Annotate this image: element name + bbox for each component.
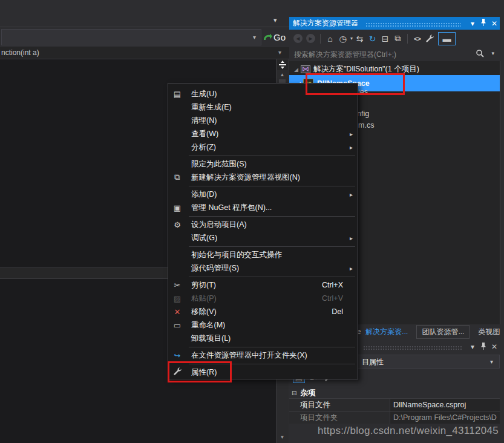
scroll-down-arrow-icon[interactable]: ▼ <box>277 435 288 440</box>
menu-item-cut[interactable]: ✂剪切(T)Ctrl+X <box>168 278 358 292</box>
category-label: 杂项 <box>300 388 315 398</box>
search-icon[interactable] <box>476 49 484 60</box>
pin-icon[interactable] <box>478 343 489 352</box>
submenu-arrow-icon: ▸ <box>350 131 353 137</box>
menu-item-debug[interactable]: 调试(G)▸ <box>168 231 358 244</box>
property-name: 项目文件夹 <box>289 412 390 424</box>
properties-object-fragment: 目属性 <box>362 357 384 367</box>
annotation-box-project <box>306 73 405 95</box>
search-options-caret-icon[interactable]: ▾ <box>491 50 494 56</box>
go-button[interactable]: Go <box>263 29 286 45</box>
tab-team-explorer[interactable]: 团队资源管... <box>416 325 470 339</box>
menu-item-label: 在文件资源管理器中打开文件夹(X) <box>191 350 343 361</box>
paste-clipboard-icon: ▨ <box>168 294 186 303</box>
collapse-box-icon[interactable]: ⊟ <box>292 390 296 396</box>
submenu-arrow-icon: ▸ <box>350 235 353 241</box>
menu-item-label: 新建解决方案资源管理器视图(N) <box>191 172 343 183</box>
menu-item-label: 分析(Z) <box>191 142 343 153</box>
menu-item-label: 管理 NuGet 程序包(N)... <box>191 203 343 213</box>
property-category-row[interactable]: ⊟ 杂项 <box>289 387 500 398</box>
split-window-handle-icon[interactable] <box>277 59 288 70</box>
show-all-files-icon[interactable]: ⧉ <box>392 33 404 45</box>
build-icon: ▤ <box>168 90 186 99</box>
solution-explorer-titlebar[interactable]: 解决方案资源管理器 ▾ ✕ <box>289 17 500 30</box>
menu-item-label: 粘贴(P) <box>191 294 322 304</box>
breadcrumb-member-fragment[interactable]: nction(int a) <box>1 48 39 57</box>
close-icon[interactable]: ✕ <box>489 343 500 351</box>
menu-item-add[interactable]: 添加(D)▸ <box>168 188 358 201</box>
tab-class-view[interactable]: 类视图 <box>478 327 500 337</box>
titlebar-grip-dots <box>365 22 461 27</box>
go-label: Go <box>273 32 286 42</box>
menu-item-shortcut: Del <box>332 307 343 316</box>
scroll-up-arrow-icon[interactable]: ▲ <box>277 72 288 77</box>
menu-item-new-solution-explorer-view[interactable]: ⧉新建解决方案资源管理器视图(N) <box>168 171 358 184</box>
pin-icon[interactable] <box>478 19 489 28</box>
menu-item-manage-nuget-packages[interactable]: ▣管理 NuGet 程序包(N)... <box>168 201 358 214</box>
close-icon[interactable]: ✕ <box>489 19 500 28</box>
back-icon[interactable]: ◄ <box>293 34 303 43</box>
watermark-text: https://blog.csdn.net/weixin_43112045 <box>289 425 499 437</box>
property-row[interactable]: 项目文件夹D:\Program Files\C#Projects\D <box>289 411 500 424</box>
property-value[interactable]: DllNameSpace.csproj <box>390 399 500 411</box>
menu-item-remove[interactable]: ✕移除(V)Del <box>168 305 358 318</box>
window-position-caret-icon[interactable]: ▾ <box>467 343 478 351</box>
menu-item-label: 设为启动项目(A) <box>191 220 343 230</box>
menu-item-rebuild[interactable]: 重新生成(E) <box>168 100 358 114</box>
expander-expanded-icon[interactable]: ◢ <box>294 67 298 73</box>
sync-with-active-document-icon[interactable]: ⇆ <box>354 33 365 45</box>
toolbar-separator <box>320 34 321 44</box>
menu-item-open-folder-in-file-explorer[interactable]: ↪在文件资源管理器中打开文件夹(X) <box>168 349 358 362</box>
menu-item-rename[interactable]: ▭重命名(M) <box>168 318 358 332</box>
menu-item-unload-project[interactable]: 卸载项目(L) <box>168 332 358 345</box>
chevron-down-icon[interactable]: ▾ <box>490 358 493 365</box>
cut-scissors-icon: ✂ <box>168 281 186 290</box>
menu-item-label: 初始化与项目的交互式操作 <box>191 250 343 260</box>
forward-icon[interactable]: ► <box>306 34 315 43</box>
menu-item-label: 源代码管理(S) <box>191 263 343 274</box>
tab-solution-explorer[interactable]: 解决方案资... <box>365 327 408 337</box>
menu-item-set-as-startup-project[interactable]: ⚙设为启动项目(A) <box>168 218 358 231</box>
collapse-all-icon[interactable]: ⊟ <box>379 33 391 45</box>
property-row[interactable]: 项目文件DllNameSpace.csproj <box>289 398 500 411</box>
menu-item-scope-to-this[interactable]: 限定为此范围(S) <box>168 157 358 171</box>
menu-item-analyze[interactable]: 分析(Z)▸ <box>168 140 358 154</box>
menu-item-label: 卸载项目(L) <box>191 333 343 344</box>
menu-item-label: 重命名(M) <box>191 320 343 330</box>
open-folder-arrow-icon: ↪ <box>168 351 186 360</box>
menu-item-shortcut: Ctrl+V <box>322 294 343 303</box>
menu-item-initialize-interactive[interactable]: 初始化与项目的交互式操作 <box>168 248 358 261</box>
properties-icon[interactable] <box>424 33 436 45</box>
menu-item-source-control[interactable]: 源代码管理(S)▸ <box>168 261 358 275</box>
tree-item-fragment[interactable]: nfig <box>357 110 369 118</box>
go-arrow-icon <box>263 33 272 42</box>
tree-item-fragment[interactable]: m.cs <box>358 121 374 130</box>
titlebar-grip-dots <box>363 346 462 350</box>
property-value[interactable]: D:\Program Files\C#Projects\D <box>390 412 500 424</box>
menu-item-label: 剪切(T) <box>191 280 322 290</box>
top-toolbar-band <box>0 0 289 27</box>
chevron-down-icon[interactable]: ▾ <box>253 34 256 41</box>
menu-item-label: 限定为此范围(S) <box>191 159 343 169</box>
toolbar-overflow-caret-icon[interactable]: ▾ <box>273 16 277 24</box>
menu-item-paste: ▨粘贴(P)Ctrl+V <box>168 292 358 305</box>
menu-item-label: 清理(N) <box>191 116 343 126</box>
menu-item-label: 移除(V) <box>191 307 332 317</box>
menu-item-view[interactable]: 查看(W)▸ <box>168 127 358 140</box>
menu-item-clean[interactable]: 清理(N) <box>168 114 358 127</box>
chevron-down-icon[interactable]: ▾ <box>278 49 281 56</box>
preview-selected-items-icon[interactable]: ▬ <box>438 32 456 45</box>
property-name: 项目文件 <box>289 399 390 411</box>
submenu-arrow-icon: ▸ <box>350 265 353 272</box>
home-icon[interactable]: ⌂ <box>324 33 336 45</box>
solution-explorer-search[interactable]: 搜索解决方案资源管理器(Ctrl+;) ▾ <box>289 47 500 62</box>
menu-item-shortcut: Ctrl+X <box>322 281 343 289</box>
refresh-icon[interactable]: ↻ <box>367 33 378 45</box>
editor-navigation-combobox[interactable]: ▾ <box>1 29 261 45</box>
window-position-caret-icon[interactable]: ▾ <box>467 19 478 28</box>
submenu-arrow-icon: ▸ <box>350 144 353 151</box>
rename-icon: ▭ <box>168 321 186 330</box>
dropdown-caret-icon: ▾ <box>350 36 353 41</box>
view-code-icon[interactable]: <> <box>411 33 423 45</box>
pending-changes-filter-icon[interactable]: ◷ <box>337 33 349 45</box>
